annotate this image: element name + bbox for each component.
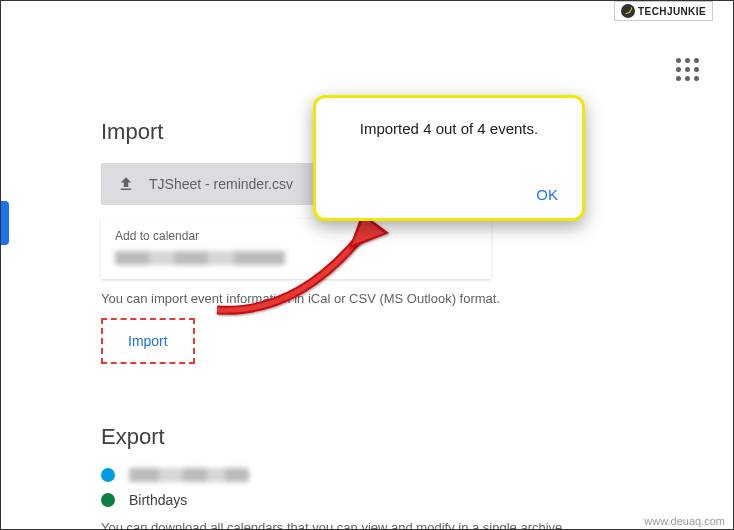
export-help-text: You can download all calendars that you … (101, 520, 641, 530)
file-name: TJSheet - reminder.csv (149, 176, 293, 192)
import-button[interactable]: Import (106, 323, 190, 359)
brand-logo-icon (621, 4, 635, 18)
dialog-message: Imported 4 out of 4 events. (338, 120, 560, 137)
sidebar-accent (1, 201, 9, 245)
export-heading: Export (101, 424, 641, 450)
watermark-text: www.deuaq.com (644, 515, 725, 527)
calendar-item (101, 468, 641, 482)
calendar-name-redacted (129, 468, 249, 482)
import-help-text: You can import event information in iCal… (101, 291, 641, 306)
upload-icon (117, 175, 135, 193)
import-result-dialog: Imported 4 out of 4 events. OK (313, 95, 585, 221)
selected-calendar-redacted (115, 251, 285, 265)
add-to-calendar-label: Add to calendar (115, 229, 477, 243)
import-button-highlight: Import (101, 318, 195, 364)
google-apps-button[interactable] (671, 53, 703, 85)
brand-name: TECHJUNKIE (638, 6, 706, 17)
calendar-color-dot-icon (101, 468, 115, 482)
calendar-name: Birthdays (129, 492, 187, 508)
calendar-item: Birthdays (101, 492, 641, 508)
add-to-calendar-select[interactable]: Add to calendar (101, 219, 491, 279)
calendar-color-dot-icon (101, 493, 115, 507)
brand-badge: TECHJUNKIE (614, 1, 713, 21)
ok-button[interactable]: OK (536, 186, 558, 203)
